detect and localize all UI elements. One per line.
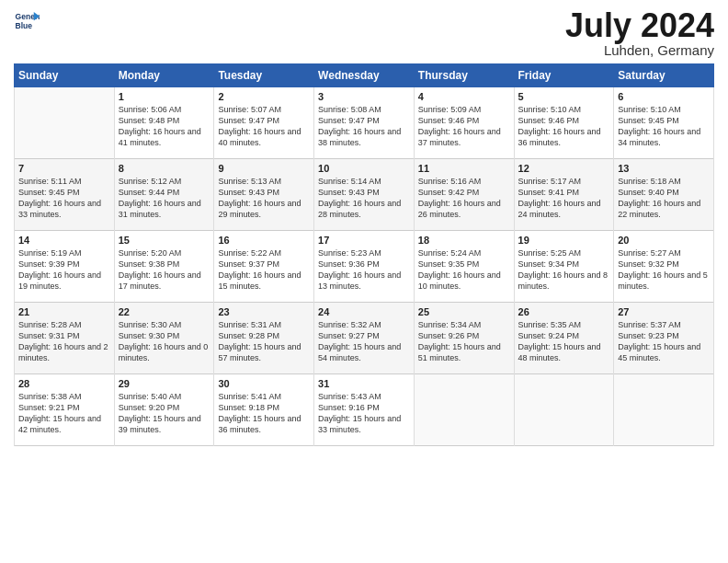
day-number: 4	[418, 91, 510, 102]
cell-sunrise: Sunrise: 5:40 AMSunset: 9:20 PMDaylight:…	[119, 392, 201, 434]
location: Luhden, Germany	[565, 42, 714, 58]
calendar-cell: 13 Sunrise: 5:18 AMSunset: 9:40 PMDaylig…	[614, 159, 714, 231]
header: General Blue July 2024 Luhden, Germany	[14, 9, 714, 58]
calendar-cell: 28 Sunrise: 5:38 AMSunset: 9:21 PMDaylig…	[15, 374, 115, 446]
calendar-cell: 26 Sunrise: 5:35 AMSunset: 9:24 PMDaylig…	[514, 303, 614, 374]
col-sunday: Sunday	[15, 64, 115, 87]
day-number: 7	[18, 163, 110, 174]
cell-sunrise: Sunrise: 5:25 AMSunset: 9:34 PMDaylight:…	[518, 248, 609, 291]
title-block: July 2024 Luhden, Germany	[565, 9, 714, 58]
cell-sunrise: Sunrise: 5:08 AMSunset: 9:47 PMDaylight:…	[318, 105, 401, 147]
cell-sunrise: Sunrise: 5:09 AMSunset: 9:46 PMDaylight:…	[418, 105, 501, 147]
cell-sunrise: Sunrise: 5:35 AMSunset: 9:24 PMDaylight:…	[518, 320, 601, 362]
cell-sunrise: Sunrise: 5:11 AMSunset: 9:45 PMDaylight:…	[18, 177, 101, 219]
calendar-cell: 31 Sunrise: 5:43 AMSunset: 9:16 PMDaylig…	[314, 374, 415, 446]
month-title: July 2024	[565, 9, 714, 42]
calendar-cell: 6 Sunrise: 5:10 AMSunset: 9:45 PMDayligh…	[614, 87, 714, 159]
calendar-cell: 27 Sunrise: 5:37 AMSunset: 9:23 PMDaylig…	[614, 303, 714, 374]
calendar-cell	[514, 374, 614, 446]
day-number: 3	[318, 91, 410, 102]
calendar-cell: 12 Sunrise: 5:17 AMSunset: 9:41 PMDaylig…	[514, 159, 614, 231]
cell-sunrise: Sunrise: 5:07 AMSunset: 9:47 PMDaylight:…	[218, 105, 301, 147]
cell-sunrise: Sunrise: 5:20 AMSunset: 9:38 PMDaylight:…	[119, 248, 201, 291]
calendar-cell: 22 Sunrise: 5:30 AMSunset: 9:30 PMDaylig…	[114, 303, 214, 374]
day-number: 18	[418, 235, 510, 246]
cell-sunrise: Sunrise: 5:43 AMSunset: 9:16 PMDaylight:…	[318, 392, 401, 434]
day-number: 25	[418, 306, 510, 317]
day-number: 28	[18, 378, 110, 389]
cell-sunrise: Sunrise: 5:41 AMSunset: 9:18 PMDaylight:…	[218, 392, 301, 434]
col-tuesday: Tuesday	[214, 64, 314, 87]
calendar-cell: 16 Sunrise: 5:22 AMSunset: 9:37 PMDaylig…	[214, 231, 314, 303]
calendar-cell: 7 Sunrise: 5:11 AMSunset: 9:45 PMDayligh…	[15, 159, 115, 231]
day-number: 26	[518, 306, 610, 317]
cell-sunrise: Sunrise: 5:34 AMSunset: 9:26 PMDaylight:…	[418, 320, 501, 362]
day-number: 29	[119, 378, 210, 389]
cell-sunrise: Sunrise: 5:31 AMSunset: 9:28 PMDaylight:…	[218, 320, 301, 362]
day-number: 31	[318, 378, 410, 389]
cell-sunrise: Sunrise: 5:27 AMSunset: 9:32 PMDaylight:…	[618, 248, 708, 291]
col-monday: Monday	[114, 64, 214, 87]
cell-sunrise: Sunrise: 5:14 AMSunset: 9:43 PMDaylight:…	[318, 177, 401, 219]
day-number: 16	[218, 235, 310, 246]
calendar-cell: 10 Sunrise: 5:14 AMSunset: 9:43 PMDaylig…	[314, 159, 415, 231]
cell-sunrise: Sunrise: 5:24 AMSunset: 9:35 PMDaylight:…	[418, 248, 501, 291]
calendar-week-4: 28 Sunrise: 5:38 AMSunset: 9:21 PMDaylig…	[15, 374, 714, 446]
day-number: 15	[119, 235, 210, 246]
calendar-cell: 15 Sunrise: 5:20 AMSunset: 9:38 PMDaylig…	[114, 231, 214, 303]
day-number: 5	[518, 91, 610, 102]
calendar-cell: 4 Sunrise: 5:09 AMSunset: 9:46 PMDayligh…	[414, 87, 514, 159]
day-number: 17	[318, 235, 410, 246]
calendar-week-0: 1 Sunrise: 5:06 AMSunset: 9:48 PMDayligh…	[15, 87, 714, 159]
calendar-cell: 20 Sunrise: 5:27 AMSunset: 9:32 PMDaylig…	[614, 231, 714, 303]
calendar-cell: 11 Sunrise: 5:16 AMSunset: 9:42 PMDaylig…	[414, 159, 514, 231]
day-number: 6	[618, 91, 710, 102]
day-number: 21	[18, 306, 110, 317]
day-number: 1	[119, 91, 210, 102]
cell-sunrise: Sunrise: 5:22 AMSunset: 9:37 PMDaylight:…	[218, 248, 301, 291]
calendar-cell	[614, 374, 714, 446]
calendar-cell: 24 Sunrise: 5:32 AMSunset: 9:27 PMDaylig…	[314, 303, 415, 374]
svg-text:Blue: Blue	[16, 21, 33, 30]
day-number: 30	[218, 378, 310, 389]
cell-sunrise: Sunrise: 5:10 AMSunset: 9:45 PMDaylight:…	[618, 105, 700, 147]
day-number: 12	[518, 163, 610, 174]
day-number: 22	[119, 306, 210, 317]
cell-sunrise: Sunrise: 5:32 AMSunset: 9:27 PMDaylight:…	[318, 320, 401, 362]
calendar-cell: 5 Sunrise: 5:10 AMSunset: 9:46 PMDayligh…	[514, 87, 614, 159]
day-number: 27	[618, 306, 710, 317]
day-number: 20	[618, 235, 710, 246]
col-wednesday: Wednesday	[314, 64, 415, 87]
calendar-cell: 2 Sunrise: 5:07 AMSunset: 9:47 PMDayligh…	[214, 87, 314, 159]
day-number: 8	[119, 163, 210, 174]
calendar-cell	[414, 374, 514, 446]
day-number: 14	[18, 235, 110, 246]
cell-sunrise: Sunrise: 5:37 AMSunset: 9:23 PMDaylight:…	[618, 320, 700, 362]
cell-sunrise: Sunrise: 5:16 AMSunset: 9:42 PMDaylight:…	[418, 177, 501, 219]
calendar-cell: 8 Sunrise: 5:12 AMSunset: 9:44 PMDayligh…	[114, 159, 214, 231]
logo-icon: General Blue	[14, 9, 40, 35]
cell-sunrise: Sunrise: 5:06 AMSunset: 9:48 PMDaylight:…	[119, 105, 201, 147]
logo: General Blue	[14, 9, 40, 35]
cell-sunrise: Sunrise: 5:17 AMSunset: 9:41 PMDaylight:…	[518, 177, 601, 219]
page-container: General Blue July 2024 Luhden, Germany S…	[0, 0, 728, 455]
cell-sunrise: Sunrise: 5:38 AMSunset: 9:21 PMDaylight:…	[18, 392, 101, 434]
header-row: Sunday Monday Tuesday Wednesday Thursday…	[15, 64, 714, 87]
calendar-week-3: 21 Sunrise: 5:28 AMSunset: 9:31 PMDaylig…	[15, 303, 714, 374]
calendar-cell: 3 Sunrise: 5:08 AMSunset: 9:47 PMDayligh…	[314, 87, 415, 159]
calendar-cell: 17 Sunrise: 5:23 AMSunset: 9:36 PMDaylig…	[314, 231, 415, 303]
calendar-cell: 21 Sunrise: 5:28 AMSunset: 9:31 PMDaylig…	[15, 303, 115, 374]
cell-sunrise: Sunrise: 5:23 AMSunset: 9:36 PMDaylight:…	[318, 248, 401, 291]
calendar-cell: 14 Sunrise: 5:19 AMSunset: 9:39 PMDaylig…	[15, 231, 115, 303]
cell-sunrise: Sunrise: 5:30 AMSunset: 9:30 PMDaylight:…	[119, 320, 209, 362]
calendar-cell	[15, 87, 115, 159]
cell-sunrise: Sunrise: 5:10 AMSunset: 9:46 PMDaylight:…	[518, 105, 601, 147]
day-number: 24	[318, 306, 410, 317]
calendar-table: Sunday Monday Tuesday Wednesday Thursday…	[14, 63, 714, 446]
cell-sunrise: Sunrise: 5:19 AMSunset: 9:39 PMDaylight:…	[18, 248, 101, 291]
col-friday: Friday	[514, 64, 614, 87]
day-number: 2	[218, 91, 310, 102]
day-number: 9	[218, 163, 310, 174]
day-number: 13	[618, 163, 710, 174]
calendar-week-1: 7 Sunrise: 5:11 AMSunset: 9:45 PMDayligh…	[15, 159, 714, 231]
